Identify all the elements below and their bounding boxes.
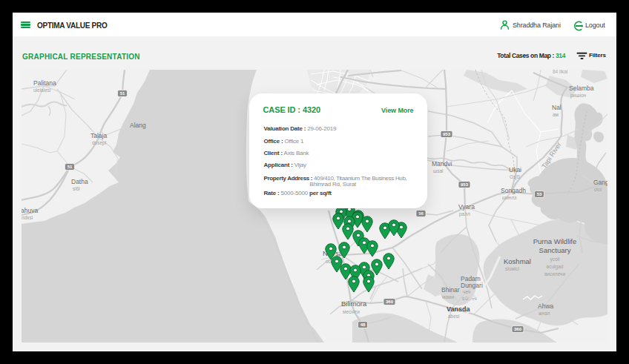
svg-text:Bhinar: Bhinar [441,286,460,294]
svg-text:dosepl: dosepl [92,140,107,146]
svg-text:56: 56 [418,211,424,216]
svg-text:uleiaiesl: uleiaiesl [33,87,51,93]
svg-text:360: 360 [386,300,394,304]
svg-text:GsiS: GsiS [510,174,521,179]
svg-text:51: 51 [67,165,73,169]
svg-text:шинлз: шинлз [502,195,516,200]
svg-text:Dungari: Dungari [461,282,483,289]
svg-text:sொч: sொч [462,296,477,301]
svg-text:84 likal: 84 likal [553,70,568,74]
svg-text:sl6l: sl6l [73,186,80,191]
svg-text:месіяти: месіяти [343,309,360,314]
svg-text:953: 953 [443,132,451,136]
svg-text:abesi: abesi [448,314,460,319]
svg-text:Ukai: Ukai [509,166,521,173]
svg-text:Nal: Nal [552,104,562,111]
svg-text:Bilimora: Bilimora [341,300,367,308]
svg-text:ам: ам [553,112,559,117]
svg-text:Vansda: Vansda [447,305,471,313]
svg-text:Mandvi: Mandvi [432,160,452,168]
svg-text:360: 360 [514,327,522,331]
svg-text:Purna Wildlife: Purna Wildlife [533,237,577,245]
svg-text:sluмici: sluмici [505,266,519,271]
svg-text:мами: мами [442,294,455,300]
svg-text:Sanctuary: Sanctuary [539,246,571,254]
svg-text:Vyara: Vyara [458,203,475,211]
svg-text:Datha: Datha [71,178,88,185]
svg-text:Ganga: Ganga [593,179,607,186]
svg-text:953: 953 [461,182,469,187]
svg-text:ndksl: ndksl [22,215,33,220]
svg-text:Songadh: Songadh [501,187,526,194]
svg-text:aculgad: aculgad [547,264,564,270]
svg-text:53: 53 [537,192,542,196]
svg-text:oiol: oiol [594,187,602,192]
svg-text:шsal: шsal [433,168,444,173]
svg-text:жнал: жнал [539,311,550,316]
svg-text:ралл: ралл [459,211,470,217]
svg-text:48: 48 [360,322,366,327]
svg-text:Ahwa: Ahwa [538,302,554,310]
svg-text:висилечи: висилечи [544,271,566,277]
svg-text:чеч: чеч [463,289,470,294]
svg-text:Talaja: Talaja [90,132,107,139]
svg-text:ришіон: ришіон [570,93,587,99]
svg-text:ycoll: ycoll [550,257,560,262]
svg-text:ahuva: ahuva [22,207,38,214]
svg-text:Selamba: Selamba [569,85,594,92]
svg-text:Alang: Alang [130,122,146,129]
svg-text:Palitana: Palitana [33,79,56,87]
svg-text:Koshmal: Koshmal [504,257,531,265]
svg-text:51: 51 [120,91,125,96]
